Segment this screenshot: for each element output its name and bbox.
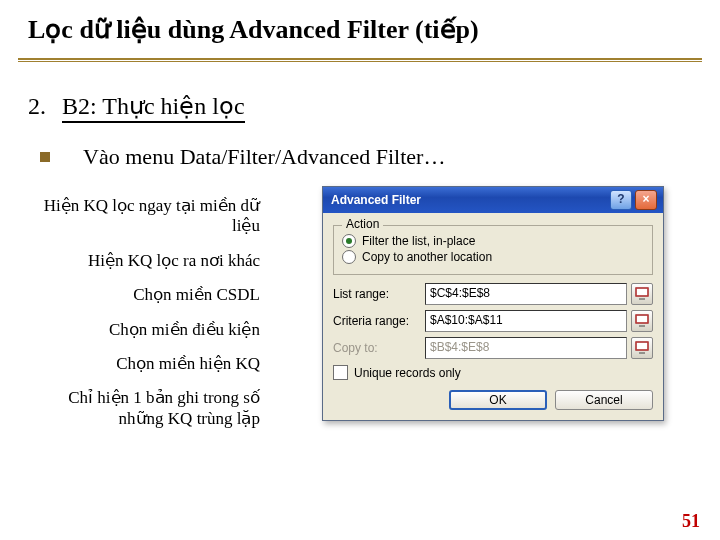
ok-button[interactable]: OK: [449, 390, 547, 410]
criteria-range-row: Criteria range: $A$10:$A$11: [333, 310, 653, 332]
cancel-button[interactable]: Cancel: [555, 390, 653, 410]
copy-to-row: Copy to: $B$4:$E$8: [333, 337, 653, 359]
list-range-input[interactable]: $C$4:$E$8: [425, 283, 627, 305]
slide-title: Lọc dữ liệu dùng Advanced Filter (tiếp): [28, 14, 479, 45]
annotation-filter-inplace: Hiện KQ lọc ngay tại miền dữ liệu: [30, 196, 260, 237]
range-picker-button[interactable]: [631, 310, 653, 332]
dialog-button-row: OK Cancel: [333, 390, 653, 410]
title-divider: [18, 58, 702, 60]
svg-rect-4: [636, 342, 648, 350]
criteria-range-input[interactable]: $A$10:$A$11: [425, 310, 627, 332]
step-heading: 2. B2: Thực hiện lọc: [28, 92, 245, 120]
close-button[interactable]: ×: [635, 190, 657, 210]
dialog-titlebar[interactable]: Advanced Filter ? ×: [323, 187, 663, 213]
annotation-copy-to: Chọn miền hiện KQ: [30, 354, 260, 374]
annotation-filter-copy: Hiện KQ lọc ra nơi khác: [30, 251, 260, 271]
range-picker-icon: [635, 314, 649, 328]
annotation-unique: Chỉ hiện 1 bản ghi trong số những KQ trù…: [30, 388, 260, 429]
annotations-column: Hiện KQ lọc ngay tại miền dữ liệu Hiện K…: [30, 196, 260, 443]
radio-label: Filter the list, in-place: [362, 234, 475, 248]
criteria-range-label: Criteria range:: [333, 314, 425, 328]
page-number: 51: [682, 511, 700, 532]
checkbox-icon: [333, 365, 348, 380]
help-button[interactable]: ?: [610, 190, 632, 210]
action-groupbox: Action Filter the list, in-place Copy to…: [333, 225, 653, 275]
step-number: 2.: [28, 93, 46, 119]
copy-to-input: $B$4:$E$8: [425, 337, 627, 359]
range-picker-button[interactable]: [631, 337, 653, 359]
bullet-item: Vào menu Data/Filter/Advanced Filter…: [40, 144, 445, 170]
title-divider-thin: [18, 61, 702, 62]
svg-rect-0: [636, 288, 648, 296]
list-range-label: List range:: [333, 287, 425, 301]
range-picker-icon: [635, 287, 649, 301]
radio-label: Copy to another location: [362, 250, 492, 264]
advanced-filter-dialog: Advanced Filter ? × Action Filter the li…: [322, 186, 664, 421]
unique-records-label: Unique records only: [354, 366, 461, 380]
bullet-text: Vào menu Data/Filter/Advanced Filter…: [83, 144, 445, 169]
dialog-body: Action Filter the list, in-place Copy to…: [323, 213, 663, 420]
list-range-row: List range: $C$4:$E$8: [333, 283, 653, 305]
radio-icon: [342, 234, 356, 248]
radio-filter-inplace[interactable]: Filter the list, in-place: [342, 234, 644, 248]
annotation-list-range: Chọn miền CSDL: [30, 285, 260, 305]
range-picker-button[interactable]: [631, 283, 653, 305]
radio-copy-location[interactable]: Copy to another location: [342, 250, 644, 264]
bullet-icon: [40, 152, 50, 162]
dialog-title: Advanced Filter: [331, 193, 421, 207]
unique-records-row[interactable]: Unique records only: [333, 365, 653, 380]
annotation-criteria-range: Chọn miền điều kiện: [30, 320, 260, 340]
step-text: B2: Thực hiện lọc: [62, 93, 245, 123]
copy-to-label: Copy to:: [333, 341, 425, 355]
radio-icon: [342, 250, 356, 264]
svg-rect-2: [636, 315, 648, 323]
range-picker-icon: [635, 341, 649, 355]
action-legend: Action: [342, 217, 383, 231]
